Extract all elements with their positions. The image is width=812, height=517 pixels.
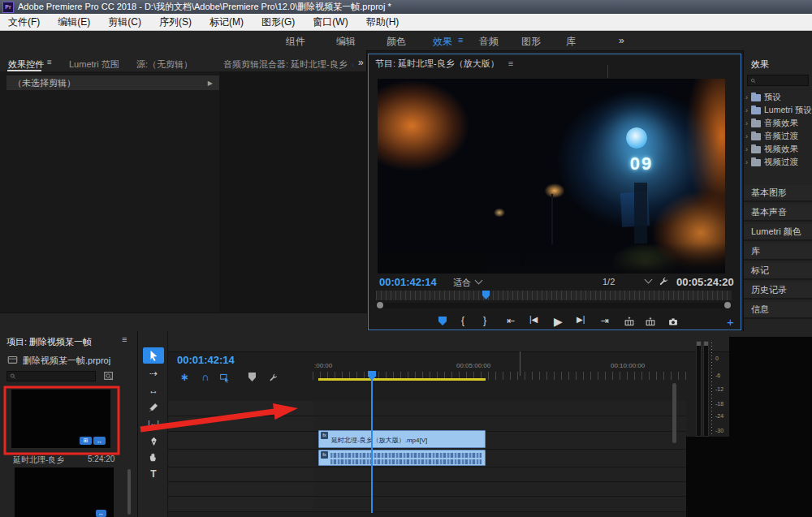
tab-project[interactable]: 项目: 删除视频某一帧 [6,336,92,348]
effects-folder-video-effects[interactable]: ›视频效果 [745,143,812,156]
menu-marker[interactable]: 标记(M) [209,15,244,29]
effects-search-input[interactable] [758,75,806,86]
project-search-input[interactable] [19,371,93,381]
program-monitor-title[interactable]: 节目: 延时北理-良乡（放大版） ≡ [375,58,513,70]
clip-thumbnail-2[interactable]: ↔ [15,467,114,517]
go-to-in-button[interactable]: ⇤ [507,315,515,326]
program-scrubber[interactable] [376,291,732,300]
extract-button[interactable] [645,317,656,327]
menu-clip[interactable]: 剪辑(C) [108,15,141,29]
folder-icon [751,133,761,140]
program-timecode[interactable]: 00:01:42:14 [379,276,437,288]
tab-info[interactable]: 信息 [744,302,812,319]
workspace-tab-assembly[interactable]: 组件 [286,35,305,49]
pen-tool[interactable] [143,433,164,449]
tab-effect-controls[interactable]: 效果控件 [8,58,44,71]
effects-search-box[interactable] [747,75,809,86]
nest-sequence-icon[interactable]: ∗ [180,371,189,383]
timeline-playhead-line[interactable] [371,375,373,513]
program-zoom-bar[interactable] [376,303,732,308]
tab-lumetri-color[interactable]: Lumetri 颜色 [744,224,812,241]
slip-tool[interactable]: |↔| [143,416,164,432]
workspace-tab-color[interactable]: 颜色 [387,35,406,49]
zoom-fit-dropdown[interactable]: 适合 [453,277,482,289]
timeline-timecode[interactable]: 00:01:42:14 [177,354,235,366]
video-clip-v1[interactable]: fx延时北理-良乡（放大版）.mp4[V] [318,430,486,448]
effects-folder-audio-effects[interactable]: ›音频效果 [745,117,812,130]
linked-selection-icon[interactable] [219,373,230,383]
workspace-tab-libraries[interactable]: 库 [566,35,576,49]
workspace-tab-effects-menu-icon[interactable]: ≡ [458,35,463,45]
lift-button[interactable] [624,317,635,327]
workspace-tab-editing[interactable]: 编辑 [336,35,356,49]
menu-help[interactable]: 帮助(H) [366,15,400,29]
menu-graphics[interactable]: 图形(G) [261,15,295,29]
project-scrollbar[interactable] [127,469,131,515]
project-search-box[interactable] [6,371,96,381]
razor-tool[interactable] [143,399,164,415]
track-lane-a3[interactable] [313,482,686,497]
play-button[interactable]: ▶ [554,315,563,328]
tab-libraries[interactable]: 库 [744,243,812,261]
title-bar[interactable]: Pr Adobe Premiere Pro CC 2018 - D:\我的文档\… [0,0,812,14]
mark-in-button[interactable]: { [461,315,464,326]
tab-markers[interactable]: 标记 [744,263,812,280]
effect-controls-menu-icon[interactable]: ≡ [47,58,52,67]
menu-file[interactable]: 文件(F) [8,15,40,29]
go-to-out-button[interactable]: ⇥ [601,315,609,326]
tab-essential-sound[interactable]: 基本声音 [744,205,812,222]
clip-name-label[interactable]: 延时北理-良乡 [13,455,64,466]
menu-edit[interactable]: 编辑(E) [58,15,90,29]
hand-tool[interactable] [143,449,164,465]
program-video-frame[interactable]: 09 [378,79,725,274]
effects-folder-video-transitions[interactable]: ›视频过渡 [745,156,812,169]
playback-resolution-dropdown[interactable]: 1/2 [603,277,651,287]
clip-thumbnail-selected[interactable]: ⊞ ↔ [11,390,110,448]
tab-source-monitor[interactable]: 源:（无剪辑） [136,58,192,71]
timeline-vertical-scrollbar[interactable] [672,383,676,443]
workspace-tab-bar: 组件 编辑 颜色 效果 ≡ 音频 图形 库 » [0,31,812,51]
no-clip-selected-header[interactable]: （未选择剪辑） ▶ [6,75,219,90]
folder-label: 音频效果 [764,118,798,129]
track-select-tool[interactable]: ⇢ [143,365,164,381]
panel-overflow-icon[interactable]: » [358,57,364,68]
project-filter-icon[interactable] [103,370,114,381]
work-area-bar[interactable] [318,378,486,381]
tab-history[interactable]: 历史记录 [744,282,812,299]
project-menu-icon[interactable]: ≡ [122,334,127,344]
audio-clip-a1[interactable]: fx [318,450,486,466]
workspace-tab-effects[interactable]: 效果 [433,35,452,49]
track-lane-master[interactable] [313,497,686,512]
program-playhead[interactable] [482,291,490,299]
effects-folder-audio-transitions[interactable]: ›音频过渡 [745,130,812,143]
mark-out-button[interactable]: } [483,315,486,326]
step-forward-button[interactable]: ▶| [577,315,585,324]
tab-lumetri-scopes[interactable]: Lumetri 范围 [69,58,119,71]
workspace-overflow-icon[interactable]: » [619,35,624,46]
effects-folder-lumetri-presets[interactable]: ›Lumetri 预设 [745,104,812,117]
snap-magnet-icon[interactable]: ∩ [201,371,209,383]
project-file-name[interactable]: 删除视频某一帧.prproj [23,355,110,367]
program-menu-icon[interactable]: ≡ [508,58,513,68]
export-frame-camera-icon[interactable] [667,317,679,327]
zoom-bar-right-handle[interactable] [724,302,731,308]
button-editor-plus[interactable]: + [727,315,734,329]
type-tool[interactable]: T [143,466,164,482]
step-back-button[interactable]: |◀ [529,315,538,324]
track-lane-v3[interactable] [313,401,686,416]
ripple-edit-tool[interactable]: ↔ [143,382,164,399]
timeline-settings-wrench-icon[interactable] [268,373,279,383]
effects-folder-presets[interactable]: ›预设 [745,91,812,104]
settings-wrench-icon[interactable] [658,276,669,287]
track-lane-a2[interactable] [313,467,686,482]
workspace-tab-graphics[interactable]: 图形 [521,35,541,49]
tab-effects[interactable]: 效果 [751,58,769,71]
workspace-tab-audio[interactable]: 音频 [479,35,499,49]
tab-essential-graphics[interactable]: 基本图形 [744,185,812,202]
expand-arrow-icon[interactable]: ▶ [208,80,213,87]
tab-audio-clip-mixer[interactable]: 音频剪辑混合器: 延时北理-良乡（） [223,58,353,71]
zoom-bar-left-handle[interactable] [377,302,383,308]
menu-sequence[interactable]: 序列(S) [159,15,192,29]
selection-tool[interactable] [143,347,164,364]
menu-window[interactable]: 窗口(W) [313,15,348,29]
